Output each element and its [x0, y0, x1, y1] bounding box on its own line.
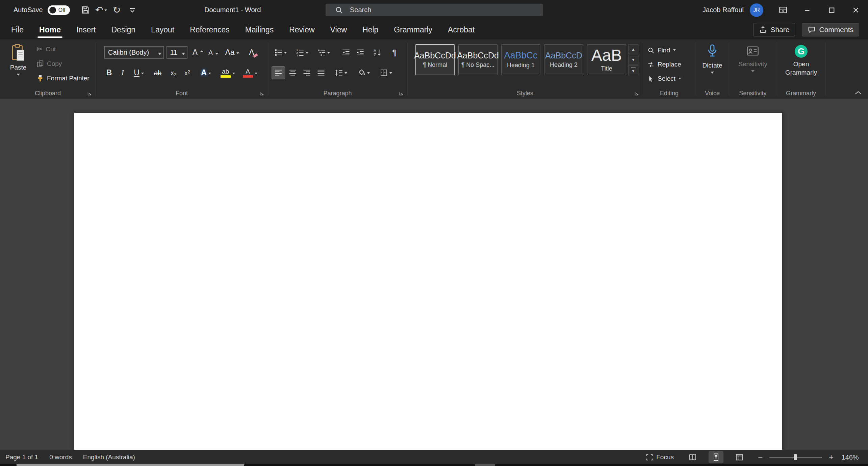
justify-button[interactable]	[314, 67, 327, 79]
bold-button[interactable]: B	[103, 67, 115, 79]
paste-button[interactable]: Paste	[5, 41, 32, 84]
show-formatting-marks-button[interactable]: ¶	[388, 46, 401, 59]
autosave-switch[interactable]: Off	[48, 5, 70, 15]
find-button[interactable]: Find	[647, 44, 676, 56]
zoom-out-button[interactable]: −	[755, 452, 765, 462]
tab-layout[interactable]: Layout	[143, 20, 182, 40]
font-size-combobox[interactable]: 11	[167, 46, 187, 59]
collapse-ribbon-button[interactable]	[853, 89, 863, 97]
zoom-level[interactable]: 146%	[836, 454, 864, 461]
save-button[interactable]	[78, 0, 94, 20]
font-name-combobox[interactable]: Calibri (Body)	[104, 46, 164, 59]
autosave-toggle[interactable]: AutoSave Off	[14, 5, 70, 15]
user-name[interactable]: Jacob Raffoul	[703, 6, 744, 14]
text-effects-button[interactable]: A	[197, 67, 215, 79]
page[interactable]	[74, 113, 782, 450]
dictate-button[interactable]: Dictate	[698, 41, 726, 84]
decrease-indent-button[interactable]	[339, 46, 352, 59]
undo-button[interactable]: ↶	[94, 0, 109, 20]
superscript-button[interactable]: x²	[181, 67, 194, 79]
align-right-button[interactable]	[300, 67, 313, 79]
grow-font-button[interactable]: A	[191, 46, 205, 59]
shading-button[interactable]	[354, 67, 373, 79]
tab-help[interactable]: Help	[355, 20, 386, 40]
style-no-spacing[interactable]: AaBbCcDd ¶ No Spac...	[458, 44, 497, 75]
grow-font-icon: A	[193, 49, 198, 56]
font-dialog-launcher[interactable]	[258, 89, 266, 98]
copy-button[interactable]: Copy	[34, 58, 64, 70]
comments-button[interactable]: Comments	[802, 23, 859, 36]
ribbon: Paste ✂ Cut Copy Format Painter Clipboar…	[0, 40, 868, 99]
numbering-chevron-icon	[306, 52, 308, 55]
bullets-button[interactable]	[272, 46, 289, 59]
avatar[interactable]: JR	[750, 3, 763, 17]
horizontal-scrollbar[interactable]	[0, 464, 868, 466]
zoom-slider-thumb[interactable]	[794, 454, 797, 460]
paragraph-dialog-launcher[interactable]	[397, 89, 405, 98]
align-left-button[interactable]	[272, 67, 285, 79]
tab-grammarly[interactable]: Grammarly	[386, 20, 440, 40]
increase-indent-button[interactable]	[354, 46, 366, 59]
zoom-in-button[interactable]: +	[826, 452, 836, 462]
open-grammarly-button[interactable]: G Open Grammarly	[781, 42, 821, 84]
style-heading-2[interactable]: AaBbCcD Heading 2	[544, 44, 583, 75]
clipboard-dialog-launcher[interactable]	[85, 89, 94, 98]
web-layout-button[interactable]	[732, 451, 747, 463]
italic-button[interactable]: I	[117, 67, 128, 79]
line-spacing-button[interactable]	[332, 67, 350, 79]
tab-mailings[interactable]: Mailings	[237, 20, 281, 40]
clear-formatting-button[interactable]: A	[244, 46, 259, 59]
search-input[interactable]	[350, 6, 512, 14]
tab-design[interactable]: Design	[104, 20, 144, 40]
style-heading-1[interactable]: AaBbCc Heading 1	[501, 44, 540, 75]
style-title[interactable]: AaB Title	[587, 44, 626, 75]
share-button[interactable]: Share	[753, 23, 795, 36]
word-count[interactable]: 0 words	[49, 454, 72, 461]
text-highlight-button[interactable]: ab	[218, 67, 237, 79]
borders-button[interactable]	[377, 67, 395, 79]
cut-button[interactable]: ✂ Cut	[34, 44, 58, 55]
maximize-button[interactable]	[819, 0, 844, 20]
zoom-slider[interactable]	[769, 457, 822, 458]
status-bar: Page 1 of 1 0 words English (Australia) …	[0, 450, 868, 464]
tab-review[interactable]: Review	[281, 20, 322, 40]
ribbon-display-options-button[interactable]	[771, 0, 795, 20]
read-mode-button[interactable]	[685, 451, 700, 463]
document-canvas[interactable]	[0, 99, 868, 450]
replace-button[interactable]: Replace	[647, 58, 681, 71]
language-indicator[interactable]: English (Australia)	[83, 454, 135, 461]
redo-button[interactable]: ↻	[109, 0, 125, 20]
multilevel-list-button[interactable]	[315, 46, 333, 59]
change-case-button[interactable]: Aa	[223, 46, 241, 59]
search-box[interactable]	[326, 4, 543, 16]
customize-quick-access-button[interactable]	[125, 0, 140, 20]
font-color-button[interactable]: A	[240, 67, 260, 79]
sort-button[interactable]: AZ	[370, 46, 385, 59]
tab-insert[interactable]: Insert	[69, 20, 104, 40]
minimize-button[interactable]	[795, 0, 819, 20]
tab-references[interactable]: References	[182, 20, 237, 40]
horizontal-scrollbar-thumb[interactable]	[17, 464, 244, 466]
align-center-button[interactable]	[286, 67, 299, 79]
select-button[interactable]: Select	[647, 73, 681, 85]
numbering-button[interactable]: 123	[293, 46, 311, 59]
styles-gallery-up-button[interactable]: ▲	[628, 44, 638, 54]
format-painter-button[interactable]: Format Painter	[34, 73, 92, 84]
strikethrough-button[interactable]: ab	[150, 67, 165, 79]
shrink-font-button[interactable]: A	[206, 46, 221, 59]
tab-acrobat[interactable]: Acrobat	[440, 20, 482, 40]
tab-view[interactable]: View	[323, 20, 355, 40]
page-indicator[interactable]: Page 1 of 1	[5, 454, 38, 461]
styles-gallery-down-button[interactable]: ▼	[628, 55, 638, 64]
tab-home[interactable]: Home	[31, 20, 69, 40]
print-layout-button[interactable]	[709, 451, 723, 463]
styles-dialog-launcher[interactable]	[633, 89, 641, 98]
focus-mode-button[interactable]: Focus	[646, 454, 674, 461]
style-normal[interactable]: AaBbCcDd ¶ Normal	[415, 44, 455, 75]
tab-file[interactable]: File	[3, 20, 31, 40]
styles-gallery-more-button[interactable]: ▼	[628, 65, 638, 75]
sensitivity-button[interactable]: Sensitivity	[732, 41, 773, 84]
subscript-button[interactable]: x₂	[167, 67, 180, 79]
underline-button[interactable]: U	[130, 67, 148, 79]
close-button[interactable]	[844, 0, 868, 20]
